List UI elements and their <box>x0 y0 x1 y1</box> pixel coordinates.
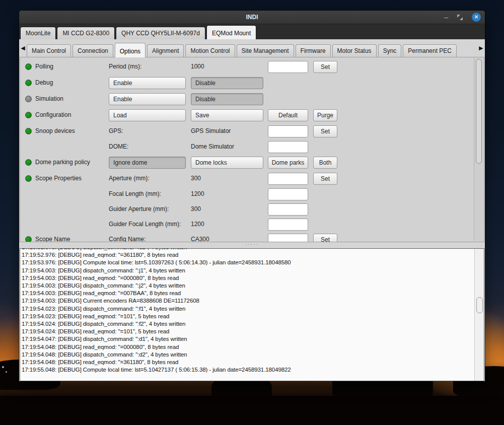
field-label: 300 <box>191 203 201 212</box>
tab-scroll-left-icon[interactable]: ◀ <box>20 44 26 52</box>
value-input[interactable] <box>268 219 308 231</box>
tab-main-control[interactable]: Main Control <box>27 44 71 57</box>
log-scrollbar-thumb[interactable] <box>476 297 483 313</box>
value-input[interactable] <box>268 173 308 185</box>
log-line: 17:19:53.976: [DEBUG] Compute local time… <box>22 259 473 266</box>
property-label: Scope Name <box>35 236 70 242</box>
device-tab-eqmod-mount[interactable]: EQMod Mount <box>206 25 256 39</box>
log-line: 17:19:54.003: [DEBUG] dispatch_command: … <box>22 282 473 290</box>
property-label: Simulation <box>35 95 63 102</box>
log-line: 17:19:54.003: [DEBUG] read_eqmod: "=0000… <box>22 274 473 282</box>
window-controls: – ✕ <box>444 11 481 24</box>
option-row-dome-parking-policy: Dome parking policyIgnore domeDome locks… <box>24 157 469 169</box>
option-row: Guider Focal Length (mm):1200 <box>24 219 469 231</box>
option-row-snoop-devices: Snoop devicesGPS:GPS SimulatorSet <box>24 125 469 137</box>
options-scrollbar[interactable] <box>474 58 483 241</box>
device-tab-moonlite[interactable]: MoonLite <box>20 27 56 39</box>
desktop-wallpaper: INDI – ✕ MoonLiteMI CCD G2-8300QHY CCD Q… <box>0 0 504 425</box>
titlebar[interactable]: INDI – ✕ <box>19 11 485 24</box>
window-title: INDI <box>19 11 485 24</box>
option-row-scope-name: Scope NameConfig Name:CA300Set <box>24 234 469 242</box>
set-button[interactable]: Set <box>313 234 337 242</box>
dome-parks-button[interactable]: Dome parks <box>268 157 308 169</box>
field-label: Guider Aperture (mm): <box>109 203 169 212</box>
status-led-green <box>25 112 32 118</box>
eqmod-mount-page: Main ControlConnectionOptionsAlignmentMo… <box>19 39 485 381</box>
log-text[interactable]: 17:19:52.975: [DEBUG] dispatch_command: … <box>22 249 473 374</box>
value-input[interactable] <box>268 203 308 216</box>
tab-options[interactable]: Options <box>115 43 146 57</box>
save-button[interactable]: Save <box>191 109 263 121</box>
tab-permanent-pec[interactable]: Permanent PEC <box>403 44 457 57</box>
ignore-dome-button[interactable]: Ignore dome <box>109 157 186 169</box>
option-row-simulation: SimulationEnableDisable <box>24 93 469 105</box>
tab-alignment[interactable]: Alignment <box>147 44 184 57</box>
field-label: Config Name: <box>109 234 146 242</box>
value-input[interactable] <box>268 125 308 137</box>
status-led-green <box>25 128 32 134</box>
field-label: Guider Focal Length (mm): <box>109 219 181 228</box>
set-button[interactable]: Set <box>313 173 337 185</box>
device-tab-mi-ccd-g2-8300[interactable]: MI CCD G2-8300 <box>57 27 115 39</box>
minimize-icon[interactable]: – <box>444 15 448 20</box>
value-input[interactable] <box>268 234 308 242</box>
field-label: DOME: <box>109 141 128 150</box>
enable-button[interactable]: Enable <box>109 77 186 89</box>
set-button[interactable]: Set <box>313 61 337 73</box>
enable-button[interactable]: Enable <box>109 93 186 105</box>
disable-button[interactable]: Disable <box>191 93 263 105</box>
field-label: 300 <box>191 173 201 182</box>
tab-firmware[interactable]: Firmware <box>296 44 331 57</box>
value-input[interactable] <box>268 188 308 200</box>
log-scrollbar[interactable] <box>474 249 484 381</box>
property-label: Dome parking policy <box>35 159 90 166</box>
value-input[interactable] <box>268 61 308 73</box>
purge-button[interactable]: Purge <box>313 109 337 121</box>
value-input[interactable] <box>268 141 308 153</box>
options-panel: PollingPeriod (ms):1000SetDebugEnableDis… <box>20 57 484 242</box>
load-button[interactable]: Load <box>109 109 186 121</box>
status-led-gray <box>25 96 32 102</box>
option-row-scope-properties: Scope PropertiesAperture (mm):300Set <box>24 173 469 185</box>
field-label: GPS Simulator <box>191 125 231 134</box>
property-label: Configuration <box>35 111 71 118</box>
property-label: Snoop devices <box>35 127 75 134</box>
log-line: 17:19:54.023: [DEBUG] dispatch_command: … <box>22 305 473 313</box>
property-label: Scope Properties <box>35 175 82 182</box>
option-row: Guider Aperture (mm):300 <box>24 203 469 216</box>
option-row-debug: DebugEnableDisable <box>24 77 469 89</box>
status-led-green <box>25 175 32 182</box>
status-led-green <box>25 63 32 70</box>
maximize-icon[interactable] <box>457 15 463 20</box>
log-line: 17:19:52.976: [DEBUG] read_eqmod: "=3611… <box>22 251 473 259</box>
field-label: Focal Length (mm): <box>109 188 161 197</box>
field-label: 1200 <box>191 219 204 228</box>
disable-button[interactable]: Disable <box>191 77 263 89</box>
log-line: 17:19:54.003: [DEBUG] read_eqmod: "=007B… <box>22 290 473 297</box>
log-line: 17:19:55.048: [DEBUG] Compute local time… <box>22 366 473 374</box>
set-button[interactable]: Set <box>313 125 337 137</box>
both-button[interactable]: Both <box>313 157 337 169</box>
tab-motion-control[interactable]: Motion Control <box>185 44 235 57</box>
tab-sync[interactable]: Sync <box>378 44 402 57</box>
tab-site-management[interactable]: Site Management <box>237 44 294 57</box>
log-line: 17:19:54.048: [DEBUG] dispatch_command: … <box>22 351 473 359</box>
dome-locks-button[interactable]: Dome locks <box>191 157 263 169</box>
property-label: Debug <box>35 79 53 86</box>
log-line: 17:19:54.047: [DEBUG] dispatch_command: … <box>22 335 473 343</box>
options-scrollbar-thumb[interactable] <box>476 59 482 164</box>
wallpaper-ground <box>0 396 504 425</box>
tab-connection[interactable]: Connection <box>73 44 113 57</box>
splitter-handle[interactable]: ····· <box>19 242 485 248</box>
field-label: Period (ms): <box>109 61 141 70</box>
log-line: 17:19:54.003: [DEBUG] Current encoders R… <box>22 297 473 305</box>
close-icon[interactable]: ✕ <box>472 13 481 22</box>
option-row-polling: PollingPeriod (ms):1000Set <box>24 61 469 73</box>
tab-scroll-right-icon[interactable]: ▶ <box>478 44 484 52</box>
option-row: DOME:Dome Simulator <box>24 141 469 153</box>
tab-motor-status[interactable]: Motor Status <box>332 44 377 57</box>
option-row: Focal Length (mm):1200 <box>24 188 469 200</box>
log-line: 17:19:54.003: [DEBUG] dispatch_command: … <box>22 267 473 274</box>
device-tab-qhy-ccd-qhy5lii-m-6097d[interactable]: QHY CCD QHY5LII-M-6097d <box>116 27 205 39</box>
default-button[interactable]: Default <box>268 109 308 121</box>
